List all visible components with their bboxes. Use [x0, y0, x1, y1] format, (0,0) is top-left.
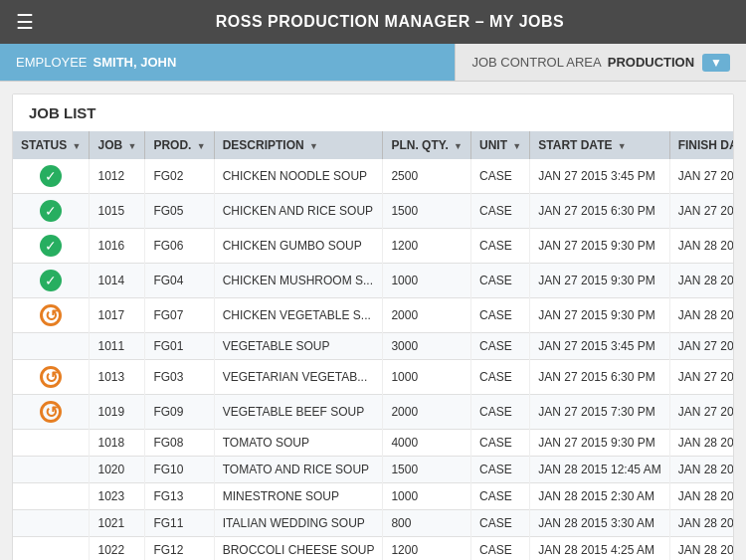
- table-row[interactable]: 1023FG13MINESTRONE SOUP1000CASEJAN 28 20…: [13, 483, 734, 510]
- table-row[interactable]: 1018FG08TOMATO SOUP4000CASEJAN 27 2015 9…: [13, 430, 734, 457]
- cell-unit: CASE: [471, 229, 530, 264]
- status-cell: [13, 457, 90, 483]
- top-bar: ☰ ROSS PRODUCTION MANAGER – MY JOBS: [0, 0, 746, 44]
- cell-finish_date: JAN 27 2015 7:25 PM: [669, 360, 734, 395]
- status-cell: ✓: [13, 229, 90, 264]
- cell-start_date: JAN 27 2015 9:30 PM: [530, 229, 669, 264]
- cell-finish_date: JAN 28 2015 5:45 AM: [669, 537, 734, 561]
- cell-pln_qty: 3000: [383, 333, 471, 360]
- cell-finish_date: JAN 27 2015 9:20 PM: [669, 395, 734, 430]
- status-cell: [13, 510, 90, 537]
- table-row[interactable]: ✓1015FG05CHICKEN AND RICE SOUP1500CASEJA…: [13, 194, 734, 229]
- cell-job: 1014: [90, 264, 145, 298]
- cell-pln_qty: 1000: [383, 483, 471, 510]
- job-control-section: JOB CONTROL AREA PRODUCTION ▼: [455, 44, 746, 81]
- cell-description: CHICKEN GUMBO SOUP: [214, 229, 383, 264]
- cell-pln_qty: 1000: [383, 360, 471, 395]
- table-header-row: STATUS ▼ JOB ▼ PROD. ▼ DESCRIPTION ▼ PLN…: [13, 131, 734, 159]
- table-row[interactable]: ✓1014FG04CHICKEN MUSHROOM S...1000CASEJA…: [13, 264, 734, 298]
- cell-job: 1017: [90, 298, 145, 333]
- cell-unit: CASE: [471, 510, 530, 537]
- cell-start_date: JAN 27 2015 9:30 PM: [530, 298, 669, 333]
- cell-prod: FG06: [145, 229, 214, 264]
- col-finish-date[interactable]: FINISH DATE ▼: [669, 131, 734, 159]
- cell-job: 1022: [90, 537, 145, 561]
- table-row[interactable]: 1022FG12BROCCOLI CHEESE SOUP1200CASEJAN …: [13, 537, 734, 561]
- table-row[interactable]: ✓1012FG02CHICKEN NOODLE SOUP2500CASEJAN …: [13, 159, 734, 194]
- cell-description: TOMATO SOUP: [214, 430, 383, 457]
- cell-description: CHICKEN AND RICE SOUP: [214, 194, 383, 229]
- cell-start_date: JAN 27 2015 7:30 PM: [530, 395, 669, 430]
- col-job[interactable]: JOB ▼: [90, 131, 145, 159]
- cell-unit: CASE: [471, 395, 530, 430]
- col-start-date[interactable]: START DATE ▼: [530, 131, 669, 159]
- cell-prod: FG12: [145, 537, 214, 561]
- status-cell: ✓: [13, 264, 90, 298]
- cell-start_date: JAN 28 2015 12:45 AM: [530, 457, 669, 483]
- cell-prod: FG11: [145, 510, 214, 537]
- app-title: ROSS PRODUCTION MANAGER – MY JOBS: [50, 13, 730, 31]
- cell-start_date: JAN 28 2015 2:30 AM: [530, 483, 669, 510]
- status-orange-icon: ↺: [40, 304, 62, 326]
- col-pln-qty[interactable]: PLN. QTY. ▼: [383, 131, 471, 159]
- cell-description: TOMATO AND RICE SOUP: [214, 457, 383, 483]
- cell-job: 1016: [90, 229, 145, 264]
- cell-pln_qty: 1200: [383, 537, 471, 561]
- cell-job: 1021: [90, 510, 145, 537]
- status-green-icon: ✓: [40, 200, 62, 222]
- status-orange-icon: ↺: [40, 401, 62, 423]
- table-row[interactable]: ↺1013FG03VEGETARIAN VEGETAB...1000CASEJA…: [13, 360, 734, 395]
- table-row[interactable]: 1011FG01VEGETABLE SOUP3000CASEJAN 27 201…: [13, 333, 734, 360]
- hamburger-icon[interactable]: ☰: [16, 10, 34, 34]
- job-control-label: JOB CONTROL AREA: [471, 55, 601, 70]
- table-row[interactable]: ✓1016FG06CHICKEN GUMBO SOUP1200CASEJAN 2…: [13, 229, 734, 264]
- col-unit[interactable]: UNIT ▼: [471, 131, 530, 159]
- table-row[interactable]: 1020FG10TOMATO AND RICE SOUP1500CASEJAN …: [13, 457, 734, 483]
- status-cell: ↺: [13, 395, 90, 430]
- cell-job: 1020: [90, 457, 145, 483]
- job-control-dropdown[interactable]: ▼: [702, 54, 730, 72]
- cell-finish_date: JAN 27 2015 6:20 PM: [669, 333, 734, 360]
- cell-description: CHICKEN MUSHROOM S...: [214, 264, 383, 298]
- job-list-title: JOB LIST: [13, 94, 733, 131]
- table-row[interactable]: ↺1019FG09VEGETABLE BEEF SOUP2000CASEJAN …: [13, 395, 734, 430]
- employee-label: EMPLOYEE: [16, 55, 88, 70]
- col-prod[interactable]: PROD. ▼: [145, 131, 214, 159]
- cell-description: BROCCOLI CHEESE SOUP: [214, 537, 383, 561]
- cell-start_date: JAN 28 2015 4:25 AM: [530, 537, 669, 561]
- cell-start_date: JAN 27 2015 3:45 PM: [530, 333, 669, 360]
- cell-finish_date: JAN 27 2015 7:25 PM: [669, 194, 734, 229]
- cell-prod: FG13: [145, 483, 214, 510]
- cell-pln_qty: 1200: [383, 229, 471, 264]
- cell-unit: CASE: [471, 457, 530, 483]
- status-cell: [13, 333, 90, 360]
- job-table: STATUS ▼ JOB ▼ PROD. ▼ DESCRIPTION ▼ PLN…: [13, 131, 734, 560]
- cell-prod: FG09: [145, 395, 214, 430]
- status-cell: [13, 430, 90, 457]
- cell-job: 1018: [90, 430, 145, 457]
- cell-pln_qty: 1500: [383, 457, 471, 483]
- cell-finish_date: JAN 28 2015 12:40 AM: [669, 298, 734, 333]
- cell-unit: CASE: [471, 333, 530, 360]
- job-control-value: PRODUCTION: [608, 55, 694, 70]
- cell-unit: CASE: [471, 298, 530, 333]
- cell-description: CHICKEN NOODLE SOUP: [214, 159, 383, 194]
- cell-job: 1019: [90, 395, 145, 430]
- table-row[interactable]: 1021FG11ITALIAN WEDDING SOUP800CASEJAN 2…: [13, 510, 734, 537]
- cell-finish_date: JAN 28 2015 4:20 AM: [669, 510, 734, 537]
- cell-unit: CASE: [471, 159, 530, 194]
- status-orange-icon: ↺: [40, 366, 62, 388]
- col-description[interactable]: DESCRIPTION ▼: [214, 131, 383, 159]
- cell-description: MINESTRONE SOUP: [214, 483, 383, 510]
- col-status[interactable]: STATUS ▼: [13, 131, 90, 159]
- cell-unit: CASE: [471, 430, 530, 457]
- cell-description: ITALIAN WEDDING SOUP: [214, 510, 383, 537]
- cell-unit: CASE: [471, 483, 530, 510]
- table-row[interactable]: ↺1017FG07CHICKEN VEGETABLE S...2000CASEJ…: [13, 298, 734, 333]
- cell-description: VEGETABLE BEEF SOUP: [214, 395, 383, 430]
- cell-pln_qty: 1000: [383, 264, 471, 298]
- status-cell: ↺: [13, 298, 90, 333]
- cell-pln_qty: 2500: [383, 159, 471, 194]
- status-green-icon: ✓: [40, 235, 62, 257]
- cell-pln_qty: 2000: [383, 395, 471, 430]
